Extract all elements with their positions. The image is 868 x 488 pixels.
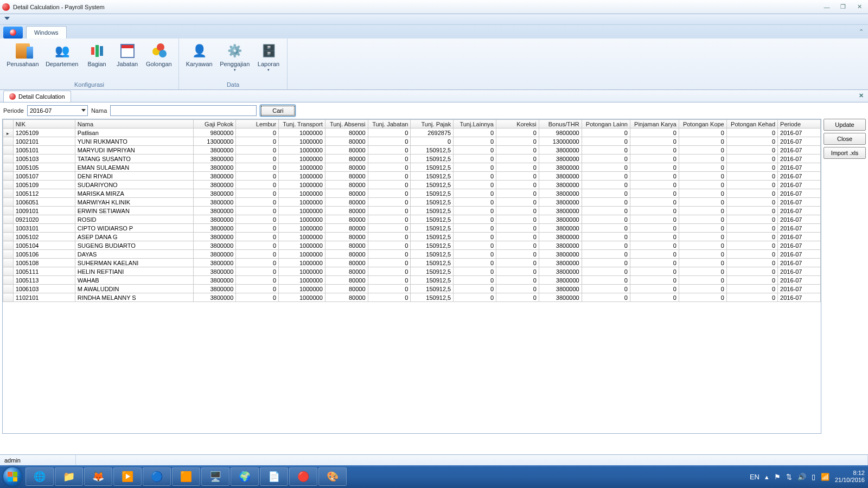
- cell[interactable]: 0: [368, 293, 411, 302]
- row-header[interactable]: [3, 215, 14, 224]
- cell[interactable]: 0: [679, 172, 726, 181]
- cell[interactable]: 0: [726, 215, 777, 224]
- cell[interactable]: 2016-07: [778, 224, 821, 233]
- cell[interactable]: 0: [726, 207, 777, 215]
- cell[interactable]: 0: [582, 172, 630, 181]
- row-header[interactable]: [3, 233, 14, 241]
- tray-signal-icon[interactable]: 📶: [821, 473, 829, 481]
- cell[interactable]: 150912,5: [411, 189, 454, 198]
- ribbon-penggajian[interactable]: ⚙️Penggajian▾: [216, 41, 253, 79]
- cell[interactable]: 2016-07: [778, 137, 821, 146]
- cell[interactable]: 150912,5: [411, 181, 454, 189]
- cell[interactable]: RINDHA MELANNY S: [75, 293, 193, 302]
- row-header[interactable]: [3, 276, 14, 285]
- cell[interactable]: 3800000: [539, 215, 582, 224]
- cell[interactable]: 80000: [325, 155, 368, 163]
- cell[interactable]: 0: [582, 129, 630, 137]
- cell[interactable]: 0: [582, 259, 630, 267]
- cell[interactable]: 0: [454, 189, 496, 198]
- cell[interactable]: 0: [630, 215, 679, 224]
- cell[interactable]: 3800000: [539, 250, 582, 259]
- cell[interactable]: 0: [679, 207, 726, 215]
- cell[interactable]: 3800000: [539, 224, 582, 233]
- row-header[interactable]: [3, 172, 14, 181]
- table-row[interactable]: 1005105EMAN SULAEMAN38000000100000080000…: [3, 163, 821, 172]
- ribbon-laporan[interactable]: 🗄️Laporan▾: [253, 41, 284, 79]
- cell[interactable]: 3800000: [193, 224, 236, 233]
- cell[interactable]: 0: [630, 276, 679, 285]
- row-header[interactable]: [3, 293, 14, 302]
- ribbon-bagian[interactable]: Bagian: [82, 41, 112, 79]
- cell[interactable]: 0: [679, 215, 726, 224]
- cell[interactable]: 0: [236, 189, 279, 198]
- cell[interactable]: 0: [679, 155, 726, 163]
- cell[interactable]: 0: [726, 224, 777, 233]
- doctab-detail-calculation[interactable]: Detail Calculation: [3, 91, 71, 102]
- cell[interactable]: 0: [496, 181, 539, 189]
- cell[interactable]: 0: [454, 259, 496, 267]
- cell[interactable]: 0: [496, 259, 539, 267]
- periode-combo[interactable]: 2016-07: [27, 105, 88, 116]
- cell[interactable]: 150912,5: [411, 215, 454, 224]
- cell[interactable]: 0: [582, 189, 630, 198]
- tray-flag-icon[interactable]: ⚑: [774, 473, 781, 481]
- cell[interactable]: 0: [236, 137, 279, 146]
- col-header[interactable]: Bonus/THR: [539, 120, 582, 129]
- col-header[interactable]: Potongan Kope: [679, 120, 726, 129]
- cell[interactable]: 3800000: [539, 189, 582, 198]
- cell[interactable]: 1000000: [279, 267, 326, 276]
- cell[interactable]: 2016-07: [778, 250, 821, 259]
- doctab-close-button[interactable]: ✕: [859, 92, 864, 99]
- cell[interactable]: 0: [726, 137, 777, 146]
- cell[interactable]: 0: [454, 198, 496, 207]
- taskbar-chrome[interactable]: 🔵: [143, 467, 171, 486]
- cell[interactable]: 1005112: [13, 189, 75, 198]
- cell[interactable]: 0: [236, 233, 279, 241]
- cell[interactable]: 0: [679, 276, 726, 285]
- cell[interactable]: 0: [582, 146, 630, 155]
- tray-battery-icon[interactable]: ▯: [812, 473, 815, 481]
- cell[interactable]: 0: [582, 285, 630, 293]
- cell[interactable]: 0: [726, 250, 777, 259]
- cell[interactable]: 2016-07: [778, 293, 821, 302]
- cell[interactable]: 0: [582, 207, 630, 215]
- cell[interactable]: 0: [679, 285, 726, 293]
- table-row[interactable]: 1102101RINDHA MELANNY S38000000100000080…: [3, 293, 821, 302]
- cell[interactable]: 80000: [325, 207, 368, 215]
- cell[interactable]: 1005108: [13, 259, 75, 267]
- cell[interactable]: 1000000: [279, 155, 326, 163]
- cell[interactable]: 1102101: [13, 293, 75, 302]
- cell[interactable]: 0: [582, 267, 630, 276]
- cell[interactable]: 1005109: [13, 181, 75, 189]
- cell[interactable]: 2016-07: [778, 181, 821, 189]
- cell[interactable]: 0: [496, 285, 539, 293]
- close-window-button[interactable]: ✕: [853, 3, 866, 11]
- cell[interactable]: 80000: [325, 129, 368, 137]
- cell[interactable]: 80000: [325, 276, 368, 285]
- cell[interactable]: Patlisan: [75, 129, 193, 137]
- cell[interactable]: 0: [679, 250, 726, 259]
- row-header[interactable]: [3, 155, 14, 163]
- cell[interactable]: 0: [726, 233, 777, 241]
- cell[interactable]: 0: [496, 293, 539, 302]
- cell[interactable]: 0: [679, 293, 726, 302]
- cell[interactable]: 0: [726, 163, 777, 172]
- cell[interactable]: DENI RIYADI: [75, 172, 193, 181]
- table-row[interactable]: 1005113WAHAB380000001000000800000150912,…: [3, 276, 821, 285]
- cell[interactable]: 3800000: [193, 207, 236, 215]
- tab-windows[interactable]: Windows: [26, 26, 67, 38]
- cell[interactable]: 0: [368, 250, 411, 259]
- cell[interactable]: 2016-07: [778, 241, 821, 250]
- cell[interactable]: 0: [411, 137, 454, 146]
- row-header[interactable]: [3, 189, 14, 198]
- cell[interactable]: 0: [726, 285, 777, 293]
- cell[interactable]: 0: [368, 259, 411, 267]
- cell[interactable]: 3800000: [193, 215, 236, 224]
- cell[interactable]: 0: [679, 241, 726, 250]
- cell[interactable]: 0: [368, 146, 411, 155]
- cell[interactable]: 80000: [325, 137, 368, 146]
- cell[interactable]: 0: [496, 146, 539, 155]
- taskbar-app1[interactable]: 🖥️: [201, 467, 229, 486]
- cell[interactable]: 3800000: [539, 276, 582, 285]
- cell[interactable]: 0: [582, 155, 630, 163]
